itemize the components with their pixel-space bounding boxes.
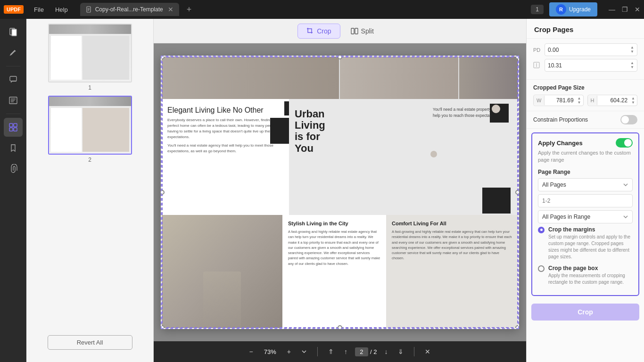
page-range-sub-dropdown[interactable]: All Pages in Range: [538, 210, 633, 223]
crop-handle-mid-right[interactable]: [515, 190, 519, 195]
height-field[interactable]: H 604.22 ▲ ▼: [587, 95, 638, 106]
tab-close-button[interactable]: ✕: [168, 6, 173, 13]
constrain-label: Constrain Proportions: [533, 116, 588, 123]
right-panel: Crop Pages PD 0.00 ▲ ▼: [526, 19, 644, 362]
margin-top-value: 0.00: [548, 47, 559, 53]
sidebar-icon-organize[interactable]: [4, 118, 23, 137]
split-tool-button[interactable]: Split: [342, 24, 382, 38]
margin-bottom-down[interactable]: ▼: [630, 66, 634, 69]
zoom-level-display: 73%: [261, 348, 280, 355]
svg-rect-15: [351, 28, 354, 34]
thumbnail-panel: 1 2 Revert All: [26, 19, 154, 362]
add-tab-button[interactable]: +: [183, 5, 196, 15]
upgrade-button[interactable]: R Upgrade: [549, 2, 597, 16]
pdf-circle-1: [492, 105, 500, 113]
margin-top-input[interactable]: 0.00 ▲ ▼: [545, 43, 637, 56]
document-tab[interactable]: Copy-of-Real...re-Template ✕: [80, 3, 179, 16]
svg-rect-16: [355, 28, 358, 34]
split-icon: [351, 27, 358, 35]
apply-changes-toggle[interactable]: [616, 138, 633, 148]
svg-rect-5: [12, 29, 17, 36]
pdf-paragraph1: Everybody deserves a place to call their…: [167, 117, 283, 140]
last-page-button[interactable]: ⇓: [395, 346, 406, 357]
sidebar-icon-edit[interactable]: [4, 43, 23, 62]
crop-tool-button[interactable]: Crop: [297, 24, 340, 39]
crop-handle-bottom-right[interactable]: [515, 325, 519, 329]
user-avatar: R: [556, 4, 566, 15]
height-down[interactable]: ▼: [631, 101, 635, 105]
page-number-input[interactable]: [355, 347, 368, 356]
height-up[interactable]: ▲: [631, 97, 635, 100]
sidebar-icon-comment[interactable]: [4, 70, 23, 89]
sidebar-icon-bookmark[interactable]: [4, 139, 23, 157]
radio-crop-box-indicator: [538, 265, 545, 272]
page-range-label: Page Range: [538, 169, 633, 175]
width-label: W: [534, 96, 545, 105]
restore-button[interactable]: ❐: [622, 6, 628, 13]
pdf-header-image: [162, 57, 518, 99]
margin-bottom-up[interactable]: ▲: [630, 61, 634, 65]
thumbnail-item-1[interactable]: 1: [31, 24, 149, 91]
zoom-out-button[interactable]: −: [247, 346, 256, 357]
wh-inputs-row: W 781.69 ▲ ▼ H 604.22 ▲ ▼: [533, 95, 637, 106]
thumbnail-label-1: 1: [88, 84, 91, 91]
sidebar-icon-text[interactable]: [4, 91, 23, 110]
width-up[interactable]: ▲: [578, 97, 581, 100]
crop-handle-top-right[interactable]: [515, 56, 519, 59]
constrain-proportions-row: Constrain Proportions: [527, 111, 644, 129]
upgrade-label: Upgrade: [569, 6, 591, 13]
next-page-button[interactable]: ↓: [381, 346, 390, 357]
first-page-button[interactable]: ⇑: [325, 346, 337, 357]
top-toolbar: Crop Split: [154, 19, 526, 43]
bottom-navigation-bar: − 73% + ⇑ ↑ / 2 ↓ ⇓ ✕: [154, 341, 526, 362]
revert-all-button[interactable]: Revert All: [48, 335, 132, 350]
app-logo: UPDF: [4, 5, 24, 14]
margin-bottom-row: 10.31 ▲ ▼: [533, 59, 637, 72]
margin-section: PD 0.00 ▲ ▼ 10.31: [527, 39, 644, 80]
page-range-text-input[interactable]: [538, 194, 633, 207]
pdf-paragraph2: You'll need a real estate agency that wi…: [167, 143, 283, 154]
margin-bottom-spinners: ▲ ▼: [630, 61, 634, 69]
margin-top-up[interactable]: ▲: [630, 46, 634, 49]
apply-changes-header: Apply Changes: [538, 138, 633, 148]
close-view-button[interactable]: ✕: [422, 346, 433, 357]
radio-crop-box-label: Crop the page box: [548, 265, 633, 272]
page-range-dropdown[interactable]: All Pages: [538, 178, 633, 191]
page-range-dropdown-value: All Pages: [542, 181, 566, 188]
prev-page-button[interactable]: ↑: [341, 346, 350, 357]
thumbnail-image-2: [48, 96, 132, 155]
zoom-menu-button[interactable]: [298, 347, 310, 356]
margin-bottom-input[interactable]: 10.31 ▲ ▼: [545, 59, 637, 72]
sidebar-icon-attach[interactable]: [4, 159, 23, 178]
svg-rect-14: [14, 128, 17, 131]
crop-action-button[interactable]: Crop: [531, 304, 639, 321]
canvas-content: Elegant Living Like No Other Everybody d…: [154, 43, 526, 341]
radio-crop-margins[interactable]: Crop the margins Set up margin controls …: [538, 226, 633, 260]
margin-top-row: PD 0.00 ▲ ▼: [533, 43, 637, 56]
svg-rect-11: [9, 123, 13, 127]
file-menu[interactable]: File: [29, 4, 49, 15]
apply-changes-desc: Apply the current changes to the custom …: [538, 149, 633, 164]
right-panel-title: Crop Pages: [527, 19, 644, 39]
sidebar-icon-pages[interactable]: [4, 23, 23, 41]
width-down[interactable]: ▼: [578, 101, 581, 105]
cropped-size-section: Cropped Page Size W 781.69 ▲ ▼ H 604.22 …: [527, 80, 644, 111]
thumbnail-item-2[interactable]: 2: [31, 96, 149, 163]
radio-crop-box[interactable]: Crop the page box Apply the measurements…: [538, 265, 633, 286]
constrain-toggle-thumb: [621, 116, 629, 123]
close-button[interactable]: ✕: [635, 6, 640, 13]
crop-handle-bottom-left[interactable]: [161, 325, 165, 329]
zoom-in-button[interactable]: +: [284, 346, 294, 357]
radio-crop-box-desc: Apply the measurements of cropping recta…: [548, 272, 633, 286]
crop-icon: [306, 27, 314, 35]
constrain-toggle[interactable]: [620, 115, 637, 124]
thumbnail-image-1: [48, 24, 132, 82]
help-menu[interactable]: Help: [50, 4, 73, 15]
width-field[interactable]: W 781.69 ▲ ▼: [533, 95, 584, 106]
crop-handle-mid-bottom[interactable]: [338, 325, 342, 329]
minimize-button[interactable]: —: [609, 6, 615, 13]
nav-divider-2: [414, 347, 414, 356]
svg-rect-6: [10, 76, 17, 81]
pdf-bottom-center: Stylish Living in the City A fast-growin…: [282, 215, 386, 328]
margin-top-down[interactable]: ▼: [630, 50, 634, 54]
